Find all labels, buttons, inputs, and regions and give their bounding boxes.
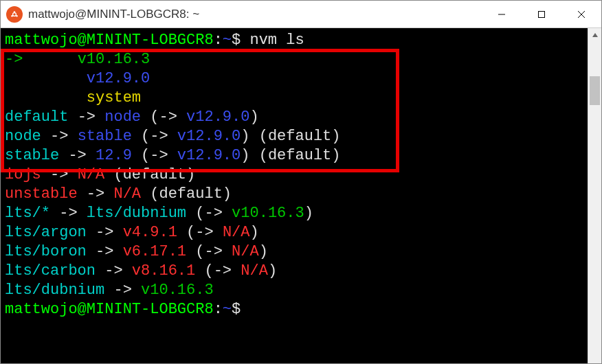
prompt-path: ~ — [223, 32, 232, 49]
arrow-sep: -> — [214, 262, 232, 280]
arrow-sep: -> — [96, 243, 113, 260]
arrow-sep: -> — [78, 109, 96, 126]
version-old: v4.9.1 — [123, 224, 177, 241]
alias-default: default — [5, 109, 68, 126]
default-tag: (default) — [150, 185, 232, 203]
version-item: v12.9.0 — [87, 70, 150, 87]
paren-l: ( — [195, 243, 204, 260]
arrow-sep: -> — [68, 147, 86, 164]
terminal[interactable]: mattwojo@MININT-LOBGCR8:~$ nvm ls -> v10… — [1, 28, 588, 363]
paren-r: ) — [268, 262, 277, 280]
prompt-colon: : — [214, 301, 223, 318]
maximize-button[interactable] — [522, 1, 561, 27]
svg-point-3 — [13, 12, 16, 16]
paren-r: ) — [304, 205, 313, 222]
version-ref: v10.16.3 — [232, 205, 304, 222]
version-ref: v10.16.3 — [141, 282, 214, 299]
version-system: system — [87, 89, 141, 106]
na-text: N/A — [78, 166, 105, 183]
prompt-dollar: $ — [232, 301, 241, 318]
version-current: v10.16.3 — [78, 51, 150, 68]
arrow-sep: -> — [59, 205, 77, 222]
arrow-sep: -> — [113, 282, 131, 299]
default-tag: (default) — [259, 128, 341, 145]
paren-l: ( — [204, 262, 213, 280]
paren-r: ) — [249, 109, 258, 126]
prompt-path: ~ — [223, 301, 232, 318]
minimize-button[interactable] — [482, 1, 522, 27]
window-title: mattwojo@MININT-LOBGCR8: ~ — [28, 8, 482, 21]
default-tag: (default) — [259, 147, 341, 164]
paren-r: ) — [259, 243, 268, 260]
alias-stable: stable — [5, 147, 59, 164]
arrow-sep: -> — [195, 224, 213, 241]
paren-l: ( — [141, 128, 150, 145]
current-arrow: -> — [5, 51, 23, 68]
version-old: v8.16.1 — [132, 262, 195, 280]
arrow-sep: -> — [50, 128, 68, 145]
svg-rect-5 — [539, 11, 545, 17]
paren-r: ) — [249, 224, 258, 241]
version-ref: v12.9.0 — [177, 147, 241, 164]
default-tag: (default) — [113, 166, 195, 183]
titlebar: mattwojo@MININT-LOBGCR8: ~ — [1, 1, 601, 28]
ubuntu-icon — [6, 6, 23, 23]
arrow-sep: -> — [87, 185, 104, 203]
paren-l: ( — [141, 147, 150, 164]
terminal-container: mattwojo@MININT-LOBGCR8:~$ nvm ls -> v10… — [1, 28, 601, 363]
alias-target: 12.9 — [96, 147, 132, 164]
paren-l: ( — [195, 205, 204, 222]
alias-unstable: unstable — [5, 185, 78, 203]
na-text: N/A — [113, 185, 141, 203]
na-text: N/A — [223, 224, 250, 241]
alias-target: node — [104, 109, 141, 126]
alias-lts-star: lts/* — [5, 205, 50, 222]
alias-iojs: iojs — [5, 166, 41, 183]
arrow-sep: -> — [96, 224, 113, 241]
alias-lts-carbon: lts/carbon — [5, 262, 96, 280]
scrollbar[interactable] — [588, 28, 601, 363]
scroll-thumb[interactable] — [590, 76, 600, 105]
version-old: v6.17.1 — [123, 243, 186, 260]
arrow-sep: -> — [204, 243, 222, 260]
command-text: nvm ls — [249, 32, 304, 49]
close-button[interactable] — [561, 1, 601, 27]
alias-lts-boron: lts/boron — [5, 243, 87, 260]
arrow-sep: -> — [150, 147, 168, 164]
alias-node: node — [5, 128, 41, 145]
prompt-colon: : — [214, 32, 223, 49]
paren-l: ( — [150, 109, 159, 126]
arrow-sep: -> — [50, 166, 68, 183]
version-ref: v12.9.0 — [186, 109, 249, 126]
alias-target: stable — [78, 128, 132, 145]
scroll-up-icon[interactable] — [588, 28, 601, 42]
arrow-sep: -> — [159, 109, 177, 126]
version-ref: v12.9.0 — [177, 128, 241, 145]
paren-l: ( — [186, 224, 195, 241]
window-controls — [482, 1, 601, 27]
na-text: N/A — [241, 262, 268, 280]
arrow-sep: -> — [104, 262, 122, 280]
alias-lts-argon: lts/argon — [5, 224, 87, 241]
arrow-sep: -> — [150, 128, 168, 145]
na-text: N/A — [232, 243, 259, 260]
prompt-userhost: mattwojo@MININT-LOBGCR8 — [5, 301, 214, 318]
paren-r: ) — [241, 128, 249, 145]
paren-r: ) — [241, 147, 249, 164]
alias-target: lts/dubnium — [87, 205, 186, 222]
alias-lts-dubnium: lts/dubnium — [5, 282, 104, 299]
prompt-userhost: mattwojo@MININT-LOBGCR8 — [5, 32, 214, 49]
arrow-sep: -> — [204, 205, 222, 222]
prompt-dollar: $ — [232, 32, 241, 49]
